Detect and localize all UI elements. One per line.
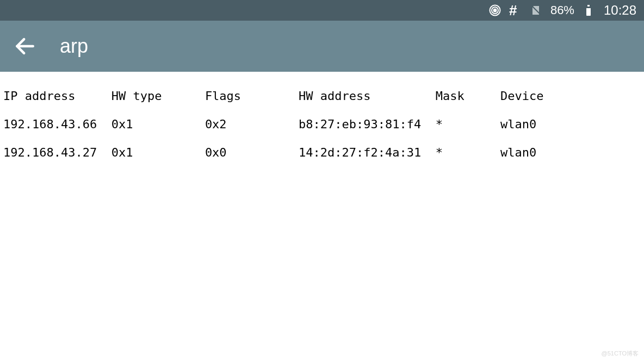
col-flags-header: Flags [205,89,299,103]
cell-mask: * [436,146,500,159]
hash-icon: # [509,4,522,17]
status-clock: 10:28 [604,3,636,18]
cell-device: wlan0 [500,117,536,131]
back-button[interactable] [13,34,37,58]
cell-hwtype: 0x1 [112,117,205,131]
col-device-header: Device [500,89,543,103]
battery-percent: 86% [550,3,574,17]
cell-device: wlan0 [500,146,536,159]
arp-header-row: IP address HW type Flags HW address Mask… [3,89,641,103]
col-mask-header: Mask [436,89,500,103]
cell-flags: 0x0 [205,146,299,159]
cell-ip: 192.168.43.27 [3,146,112,159]
svg-rect-4 [587,5,590,7]
col-hwtype-header: HW type [112,89,205,103]
status-bar: # 86% 10:28 [0,0,644,21]
cell-hwtype: 0x1 [112,146,205,159]
col-ip-header: IP address [3,89,112,103]
cell-mask: * [436,117,500,131]
cell-flags: 0x2 [205,117,299,131]
col-hwaddr-header: HW address [299,89,436,103]
hotspot-icon [488,4,501,17]
arp-output: IP address HW type Flags HW address Mask… [0,72,644,174]
app-bar: arp [0,21,644,72]
app-title: arp [60,35,88,58]
cell-hwaddr: b8:27:eb:93:81:f4 [299,117,436,131]
arp-row: 192.168.43.66 0x1 0x2 b8:27:eb:93:81:f4 … [3,117,641,132]
cell-ip: 192.168.43.66 [3,117,112,131]
battery-icon [582,4,595,17]
cell-hwaddr: 14:2d:27:f2:4a:31 [299,146,436,159]
watermark: @51CTO博客 [602,349,639,358]
arp-row: 192.168.43.27 0x1 0x0 14:2d:27:f2:4a:31 … [3,146,641,160]
no-sim-icon [530,4,543,17]
svg-rect-5 [586,7,591,8]
svg-point-0 [493,9,496,12]
